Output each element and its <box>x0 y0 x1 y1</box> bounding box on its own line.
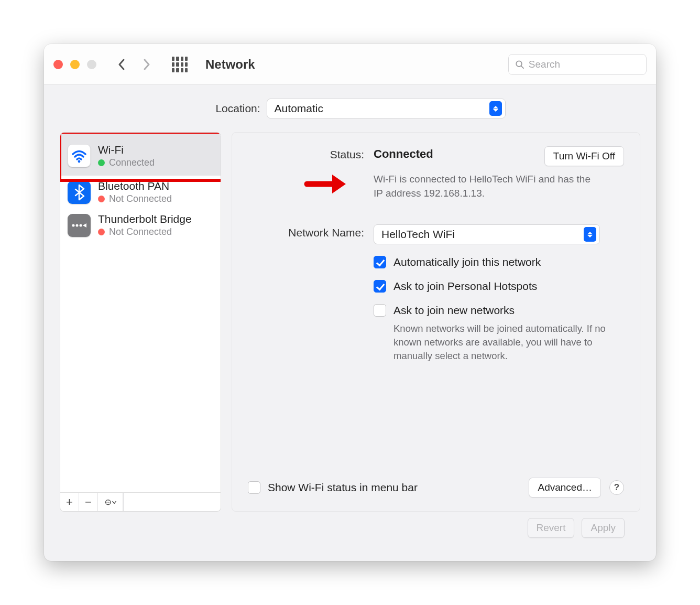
wifi-icon <box>68 144 91 167</box>
show-all-icon[interactable] <box>172 57 188 72</box>
system-preferences-window: Network Location: Automatic <box>44 44 656 561</box>
ask-new-row: Ask to join new networks Known networks … <box>248 304 624 363</box>
service-item-bluetooth-pan[interactable]: Bluetooth PAN Not Connected <box>60 176 221 209</box>
show-menubar-checkbox[interactable] <box>248 481 260 494</box>
service-name: Bluetooth PAN <box>98 180 172 192</box>
ask-new-label: Ask to join new networks <box>393 304 515 317</box>
window-title: Network <box>205 57 255 72</box>
services-sidebar-wrap: Wi-Fi Connected Bluetoo <box>60 132 221 512</box>
svg-point-2 <box>78 160 81 163</box>
details-footer: Show Wi-Fi status in menu bar Advanced… … <box>248 478 624 498</box>
network-name-label: Network Name: <box>248 224 364 244</box>
svg-point-4 <box>76 224 79 226</box>
ask-hotspots-label: Ask to join Personal Hotspots <box>393 280 537 293</box>
apply-button[interactable]: Apply <box>582 518 625 538</box>
add-service-button[interactable]: + <box>60 493 79 511</box>
svg-point-11 <box>107 503 108 504</box>
back-button[interactable] <box>112 55 131 74</box>
auto-join-row: Automatically join this network <box>248 256 624 268</box>
search-input[interactable] <box>529 59 640 70</box>
location-label: Location: <box>215 102 260 115</box>
network-name-value: HelloTech WiFi <box>381 228 578 241</box>
svg-point-9 <box>110 502 111 503</box>
window-zoom-button[interactable] <box>87 60 96 69</box>
svg-point-8 <box>105 502 106 503</box>
svg-point-3 <box>72 224 75 226</box>
services-footer: + − <box>60 493 221 512</box>
auto-join-label: Automatically join this network <box>393 256 541 268</box>
network-name-select[interactable]: HelloTech WiFi <box>374 224 600 244</box>
ask-new-networks-checkbox[interactable] <box>374 304 386 317</box>
thunderbolt-bridge-icon <box>68 214 91 237</box>
service-status: Not Connected <box>109 226 172 237</box>
bluetooth-icon <box>68 181 91 204</box>
status-dot-icon <box>98 196 105 202</box>
status-dot-icon <box>98 159 105 166</box>
svg-point-0 <box>516 61 522 67</box>
chevron-up-down-icon <box>584 227 596 242</box>
chevron-up-down-icon <box>489 101 502 116</box>
forward-button[interactable] <box>137 55 156 74</box>
service-status: Not Connected <box>109 193 172 204</box>
ask-hotspots-checkbox[interactable] <box>374 280 386 293</box>
window-controls <box>53 60 96 69</box>
window-minimize-button[interactable] <box>70 60 80 69</box>
turn-wifi-off-button[interactable]: Turn Wi-Fi Off <box>544 146 624 166</box>
revert-button[interactable]: Revert <box>528 518 575 538</box>
service-status: Connected <box>109 157 155 168</box>
status-description: Wi-Fi is connected to HelloTech WiFi and… <box>374 172 599 200</box>
annotation-arrow-icon <box>303 168 350 200</box>
toolbar: Network <box>44 44 656 85</box>
network-name-row: Network Name: HelloTech WiFi <box>248 224 624 244</box>
search-field[interactable] <box>508 54 647 75</box>
window-close-button[interactable] <box>53 60 63 69</box>
svg-point-10 <box>107 500 108 501</box>
svg-line-1 <box>521 66 523 68</box>
status-dot-icon <box>98 229 105 235</box>
show-menubar-label: Show Wi-Fi status in menu bar <box>268 481 418 494</box>
search-icon <box>515 59 524 70</box>
window-footer: Revert Apply <box>60 512 640 548</box>
content-area: Location: Automatic Wi-Fi <box>44 85 656 561</box>
service-name: Thunderbolt Bridge <box>98 213 192 225</box>
location-row: Location: Automatic <box>81 99 640 118</box>
main-row: Wi-Fi Connected Bluetoo <box>60 132 640 512</box>
service-name: Wi-Fi <box>98 144 155 156</box>
svg-point-5 <box>80 224 82 226</box>
service-details-panel: Status: Connected Turn Wi-Fi Off Wi-Fi i… <box>232 132 640 512</box>
services-list: Wi-Fi Connected Bluetoo <box>60 132 221 493</box>
service-item-wifi[interactable]: Wi-Fi Connected <box>60 133 221 176</box>
service-options-button[interactable] <box>98 493 123 511</box>
service-item-thunderbolt-bridge[interactable]: Thunderbolt Bridge Not Connected <box>60 209 221 242</box>
location-select[interactable]: Automatic <box>267 99 506 118</box>
advanced-button[interactable]: Advanced… <box>529 478 601 498</box>
status-value: Connected <box>374 146 433 161</box>
remove-service-button[interactable]: − <box>79 493 98 511</box>
ask-hotspots-row: Ask to join Personal Hotspots <box>248 280 624 293</box>
ask-new-description: Known networks will be joined automatica… <box>393 322 608 363</box>
help-button[interactable]: ? <box>609 480 624 495</box>
location-value: Automatic <box>275 102 484 115</box>
auto-join-checkbox[interactable] <box>374 256 386 268</box>
svg-point-7 <box>107 501 108 502</box>
